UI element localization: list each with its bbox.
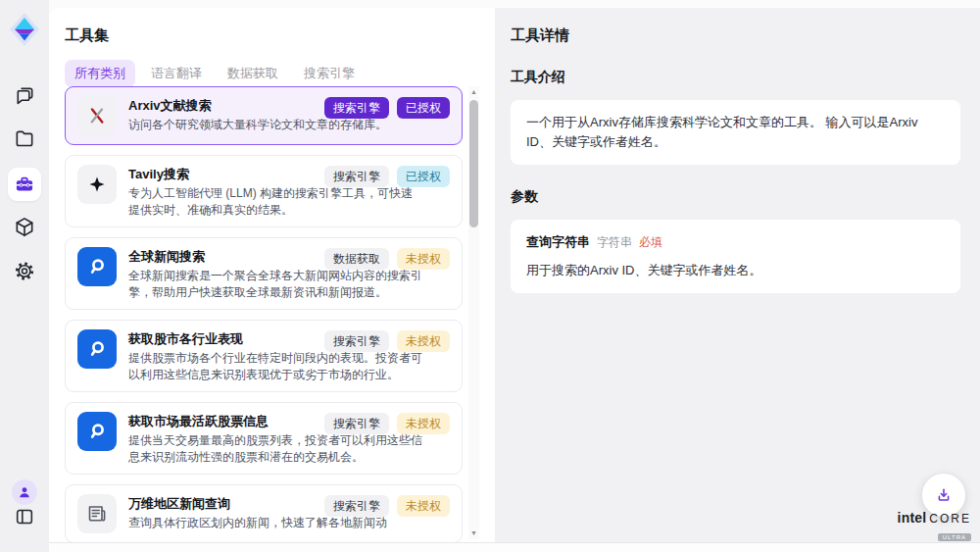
- category-tab-0[interactable]: 所有类别: [65, 60, 135, 87]
- tool-description: 查询具体行政区划内的新闻，快速了解各地新闻动: [128, 515, 422, 531]
- brand-ultra-badge: ULTRA: [938, 533, 971, 541]
- tool-card[interactable]: Tavily搜索 专为人工智能代理 (LLM) 构建的搜索引擎工具，可快速提供实…: [65, 155, 463, 227]
- param-name: 查询字符串: [526, 232, 590, 252]
- sidebar-item-files[interactable]: [14, 127, 36, 150]
- bottom-divider: [49, 542, 980, 552]
- param-type: 字符串: [597, 232, 632, 252]
- param-required-badge: 必填: [639, 232, 662, 252]
- list-scrollbar[interactable]: ▲ ▼: [468, 86, 479, 539]
- arxiv-icon: [77, 96, 117, 135]
- brand-intel-text: intel: [898, 510, 927, 526]
- category-badge: 搜索引擎: [324, 97, 389, 119]
- tool-description: 专为人工智能代理 (LLM) 构建的搜索引擎工具，可快速提供实时、准确和真实的结…: [128, 185, 422, 218]
- sidebar-item-packages[interactable]: [14, 216, 36, 238]
- detail-title: 工具详情: [511, 26, 960, 45]
- params-heading: 参数: [511, 188, 960, 206]
- sidebar-item-user[interactable]: [12, 479, 37, 505]
- chat-icon: [14, 84, 36, 107]
- auth-status-badge: 未授权: [397, 330, 450, 352]
- toolset-panel: 工具集 所有类别语言翻译数据获取搜索引擎 Arxiv文献搜索 访问各个研究领域大…: [49, 8, 495, 542]
- tool-description: 访问各个研究领域大量科学论文和文章的存储库。: [128, 117, 422, 133]
- category-badge: 搜索引擎: [324, 330, 389, 352]
- tool-description: 全球新闻搜索是一个聚合全球各大新闻网站内容的搜索引擎，帮助用户快速获取全球最新资…: [128, 268, 422, 300]
- category-tab-2[interactable]: 数据获取: [218, 60, 288, 87]
- intro-text: 一个用于从Arxiv存储库搜索科学论文和文章的工具。 输入可以是Arxiv ID…: [526, 115, 917, 149]
- scrollbar-up-arrow[interactable]: ▲: [468, 86, 479, 98]
- sidebar-item-panel-toggle[interactable]: [14, 506, 35, 527]
- brand-core-text: core: [929, 512, 971, 526]
- folder-icon: [14, 127, 36, 150]
- category-badge: 数据获取: [324, 248, 389, 270]
- intel-core-logo: intel core ULTRA: [906, 510, 971, 543]
- auth-status-badge: 未授权: [397, 413, 450, 434]
- page-title: 工具集: [49, 8, 495, 45]
- scrollbar-thumb[interactable]: [469, 100, 478, 227]
- toolbox-icon: [14, 174, 35, 195]
- tool-card[interactable]: Arxiv文献搜索 访问各个研究领域大量科学论文和文章的存储库。 搜索引擎 已授…: [65, 86, 463, 145]
- sidebar-item-chat[interactable]: [14, 84, 36, 107]
- tool-description: 提供当天交易量最高的股票列表，投资者可以利用这些信息来识别流动性强的股票和潜在的…: [128, 432, 422, 465]
- category-tabs: 所有类别语言翻译数据获取搜索引擎: [65, 60, 495, 87]
- tool-detail-panel: 工具详情 工具介绍 一个用于从Arxiv存储库搜索科学论文和文章的工具。 输入可…: [495, 8, 980, 542]
- gear-icon: [14, 260, 36, 282]
- category-tab-1[interactable]: 语言翻译: [141, 60, 212, 87]
- newspaper-icon: [77, 494, 117, 533]
- diamond-logo-icon: [10, 13, 39, 46]
- category-tab-3[interactable]: 搜索引擎: [294, 60, 365, 87]
- tool-description: 提供股票市场各个行业在特定时间段内的表现。投资者可以利用这些信息来识别表现优于或…: [128, 350, 422, 382]
- tool-card[interactable]: 获取股市各行业表现 提供股票市场各个行业在特定时间段内的表现。投资者可以利用这些…: [65, 320, 463, 392]
- download-icon: [934, 485, 954, 505]
- icon-rail: [0, 0, 49, 552]
- scrollbar-down-arrow[interactable]: ▼: [468, 527, 479, 539]
- auth-status-badge: 已授权: [397, 97, 450, 119]
- auth-status-badge: 未授权: [397, 495, 450, 517]
- category-badge: 搜索引擎: [324, 495, 389, 517]
- news-blue-icon: [77, 412, 117, 451]
- auth-status-badge: 已授权: [397, 166, 450, 187]
- tool-list: Arxiv文献搜索 访问各个研究领域大量科学论文和文章的存储库。 搜索引擎 已授…: [65, 86, 463, 544]
- param-card: 查询字符串 字符串 必填 用于搜索的Arxiv ID、关键字或作者姓名。: [511, 220, 960, 293]
- tool-card[interactable]: 获取市场最活跃股票信息 提供当天交易量最高的股票列表，投资者可以利用这些信息来识…: [65, 402, 463, 475]
- category-badge: 搜索引擎: [324, 166, 389, 187]
- category-badge: 搜索引擎: [324, 413, 389, 434]
- tool-card[interactable]: 万维地区新闻查询 查询具体行政区划内的新闻，快速了解各地新闻动 搜索引擎 未授权: [65, 484, 463, 543]
- tavily-icon: [77, 165, 117, 204]
- app-logo: [10, 13, 39, 46]
- auth-status-badge: 未授权: [397, 248, 450, 270]
- news-blue-icon: [77, 247, 117, 286]
- cube-icon: [14, 216, 36, 238]
- intro-card: 一个用于从Arxiv存储库搜索科学论文和文章的工具。 输入可以是Arxiv ID…: [511, 100, 960, 165]
- avatar: [12, 479, 37, 505]
- sidebar-toggle-icon: [14, 506, 35, 527]
- sidebar-item-tools-active[interactable]: [8, 168, 41, 201]
- intro-heading: 工具介绍: [511, 69, 960, 86]
- param-description: 用于搜索的Arxiv ID、关键字或作者姓名。: [526, 261, 945, 280]
- news-blue-icon: [77, 329, 117, 369]
- sidebar-item-settings[interactable]: [14, 260, 36, 282]
- tool-card[interactable]: 全球新闻搜索 全球新闻搜索是一个聚合全球各大新闻网站内容的搜索引擎，帮助用户快速…: [65, 237, 463, 310]
- user-icon: [17, 484, 32, 500]
